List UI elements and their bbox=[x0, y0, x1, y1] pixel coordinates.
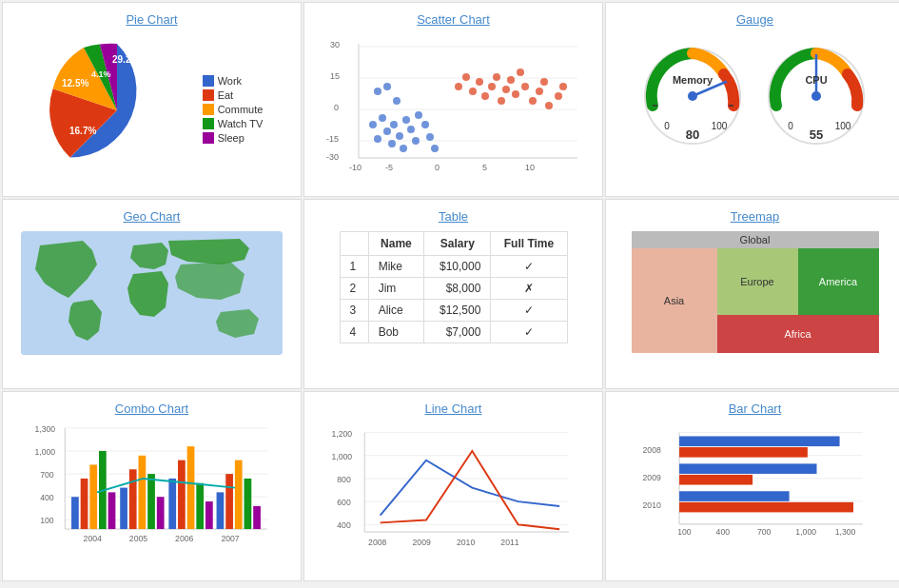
svg-point-53 bbox=[536, 88, 543, 95]
svg-text:-5: -5 bbox=[385, 163, 393, 172]
svg-text:2004: 2004 bbox=[83, 534, 101, 543]
svg-point-31 bbox=[412, 137, 420, 145]
table-cell-fulltime: ✗ bbox=[491, 278, 567, 300]
svg-text:100: 100 bbox=[677, 527, 692, 537]
svg-text:-30: -30 bbox=[326, 152, 339, 162]
svg-rect-101 bbox=[168, 479, 176, 529]
bar-chart-svg: 2008 2009 2010 100 400 700 1,000 1,300 bbox=[634, 423, 876, 547]
table-header-name: Name bbox=[368, 232, 424, 256]
svg-rect-143 bbox=[679, 447, 808, 458]
table-cell-salary: $7,000 bbox=[424, 322, 491, 343]
svg-text:2009: 2009 bbox=[412, 538, 430, 547]
pie-chart-card: Pie Chart 37.5% 16.7% 12.5% 4.1% bbox=[2, 2, 302, 197]
table-cell-salary: $8,000 bbox=[424, 278, 491, 300]
gauge-title[interactable]: Gauge bbox=[736, 12, 773, 27]
svg-text:Memory: Memory bbox=[673, 74, 713, 86]
combo-chart-title[interactable]: Combo Chart bbox=[115, 402, 188, 416]
svg-point-39 bbox=[455, 83, 462, 90]
treemap-europe: Europe bbox=[717, 248, 798, 315]
legend-commute: Commute bbox=[218, 104, 264, 115]
svg-text:2006: 2006 bbox=[175, 534, 193, 543]
table-cell-fulltime: ✓ bbox=[491, 300, 567, 322]
table-cell-name: Bob bbox=[368, 322, 424, 343]
svg-text:100: 100 bbox=[835, 121, 851, 131]
svg-point-21 bbox=[369, 121, 377, 128]
table-cell-fulltime: ✓ bbox=[491, 322, 567, 343]
svg-rect-97 bbox=[128, 469, 136, 529]
svg-rect-103 bbox=[186, 446, 194, 529]
table-cell-name: Alice bbox=[368, 300, 424, 322]
svg-point-37 bbox=[383, 83, 391, 90]
svg-rect-144 bbox=[679, 463, 816, 474]
charts-grid: Pie Chart 37.5% 16.7% 12.5% 4.1% bbox=[0, 0, 899, 583]
line-chart-card: Line Chart 1,200 1,000 800 600 400 2008 … bbox=[303, 391, 603, 581]
treemap-card: Treemap Global Asia Europe America Afric… bbox=[605, 199, 899, 389]
svg-point-35 bbox=[431, 145, 439, 152]
svg-text:2011: 2011 bbox=[500, 538, 518, 547]
svg-text:1,300: 1,300 bbox=[835, 527, 856, 537]
svg-text:400: 400 bbox=[40, 493, 54, 502]
svg-point-47 bbox=[502, 86, 510, 93]
table-header-salary: Salary bbox=[424, 232, 491, 256]
legend-eat: Eat bbox=[218, 89, 234, 101]
svg-text:10: 10 bbox=[525, 163, 535, 172]
svg-point-46 bbox=[498, 97, 505, 105]
table-cell-salary: $10,000 bbox=[424, 256, 491, 278]
svg-rect-98 bbox=[138, 456, 146, 529]
table-title[interactable]: Table bbox=[439, 209, 468, 224]
line-chart-title[interactable]: Line Chart bbox=[425, 402, 482, 416]
svg-text:1,300: 1,300 bbox=[34, 424, 55, 434]
svg-point-52 bbox=[529, 97, 537, 105]
bar-chart-title[interactable]: Bar Chart bbox=[729, 402, 782, 416]
svg-text:1,000: 1,000 bbox=[795, 527, 816, 537]
svg-point-43 bbox=[481, 92, 489, 100]
svg-point-28 bbox=[400, 145, 407, 152]
geo-map-svg bbox=[21, 231, 283, 355]
svg-text:30: 30 bbox=[330, 40, 340, 49]
svg-text:2008: 2008 bbox=[643, 445, 661, 455]
bar-chart-card: Bar Chart 2008 2009 2010 100 400 700 1,0… bbox=[605, 391, 899, 581]
svg-text:100: 100 bbox=[40, 516, 54, 525]
svg-point-33 bbox=[421, 121, 429, 128]
svg-rect-146 bbox=[679, 491, 790, 501]
svg-rect-147 bbox=[679, 502, 853, 513]
svg-point-40 bbox=[462, 73, 470, 81]
svg-text:600: 600 bbox=[337, 498, 351, 507]
svg-text:1,000: 1,000 bbox=[34, 447, 55, 457]
svg-text:700: 700 bbox=[757, 527, 772, 537]
svg-text:0: 0 bbox=[788, 121, 793, 131]
svg-text:16.7%: 16.7% bbox=[69, 126, 96, 136]
svg-point-38 bbox=[393, 97, 401, 105]
pie-chart-title[interactable]: Pie Chart bbox=[126, 12, 177, 27]
svg-rect-108 bbox=[234, 461, 242, 529]
svg-point-26 bbox=[390, 121, 398, 128]
svg-text:80: 80 bbox=[686, 127, 699, 142]
svg-text:400: 400 bbox=[716, 527, 731, 537]
svg-point-24 bbox=[383, 127, 391, 135]
table-cell-name: Jim bbox=[368, 278, 424, 300]
geo-chart-card: Geo Chart bbox=[2, 199, 302, 389]
svg-text:0: 0 bbox=[435, 163, 440, 172]
svg-text:-15: -15 bbox=[326, 134, 339, 144]
svg-text:2010: 2010 bbox=[456, 538, 474, 547]
svg-rect-145 bbox=[679, 475, 752, 485]
svg-point-23 bbox=[379, 114, 386, 122]
treemap-africa: Africa bbox=[717, 315, 879, 353]
table-cell-salary: $12,500 bbox=[424, 300, 491, 322]
svg-text:100: 100 bbox=[712, 121, 728, 131]
geo-chart-title[interactable]: Geo Chart bbox=[124, 209, 181, 224]
combo-chart-card: Combo Chart 1,300 1,000 700 400 100 2004… bbox=[2, 391, 302, 581]
geo-map bbox=[21, 231, 283, 355]
svg-point-50 bbox=[517, 69, 524, 76]
legend-work: Work bbox=[218, 75, 242, 87]
svg-rect-95 bbox=[107, 492, 115, 529]
svg-point-56 bbox=[555, 92, 562, 100]
svg-point-69 bbox=[811, 91, 821, 101]
treemap-title[interactable]: Treemap bbox=[731, 209, 780, 224]
scatter-chart-title[interactable]: Scatter Chart bbox=[417, 12, 490, 27]
svg-text:2008: 2008 bbox=[368, 538, 386, 547]
svg-point-55 bbox=[545, 102, 553, 109]
scatter-chart-card: Scatter Chart 30 15 0 -15 -30 -10 -5 0 5… bbox=[303, 2, 603, 197]
svg-point-54 bbox=[540, 78, 548, 86]
svg-text:700: 700 bbox=[40, 470, 54, 480]
